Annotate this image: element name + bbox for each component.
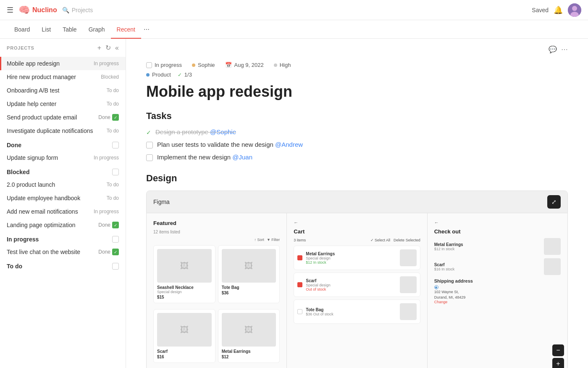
section-checkbox[interactable] — [112, 142, 119, 148]
figma-screen-cart: ← Cart 3 items ✓ Select All Delete Selec… — [287, 213, 427, 368]
section-checkbox[interactable] — [112, 169, 119, 175]
cart-item-name: Scarf — [306, 278, 396, 283]
tab-recent[interactable]: Recent — [111, 20, 141, 39]
task-text: Design a prototype @Sophie — [155, 128, 236, 135]
top-nav: ☰ 🧠 Nuclino 🔍 Projects Saved 🔔 — [0, 0, 588, 20]
assignee-value: Sophie — [198, 62, 215, 68]
screen-toolbar: ↑ Sort ▼ Filter — [153, 238, 280, 242]
meta-tag[interactable]: Product — [146, 71, 171, 78]
sidebar-item-landing-page-optimization[interactable]: Landing page optimization Done ✓ — [0, 218, 126, 232]
cart-checkbox — [297, 309, 302, 314]
menu-icon[interactable]: ☰ — [7, 5, 13, 15]
cart-toolbar: 3 items ✓ Select All Delete Selected — [294, 238, 420, 242]
sidebar-item-investigate-notifications[interactable]: Investigate duplicate notifications To d… — [0, 124, 126, 138]
item-status: Done ✓ — [98, 249, 119, 255]
priority-value: High — [280, 62, 291, 68]
meta-status[interactable]: In progress — [146, 62, 182, 68]
tab-more-icon[interactable]: ⋯ — [141, 26, 152, 33]
checkout-item-price: $12 In stock — [434, 247, 541, 251]
screen-title: Featured — [153, 220, 280, 226]
collapse-icon[interactable]: « — [115, 44, 119, 52]
sidebar-item-mobile-app-redesign[interactable]: Mobile app redesign In progress — [0, 57, 126, 70]
sidebar-section-done[interactable]: Done — [0, 138, 126, 151]
add-project-icon[interactable]: + — [97, 44, 101, 52]
product-card: 🖼 Scarf $16 — [153, 309, 215, 363]
address-radio[interactable] — [434, 285, 561, 289]
item-name: Hire new product manager — [7, 74, 76, 80]
meta-priority[interactable]: High — [274, 62, 291, 68]
design-section-title: Design — [146, 173, 568, 184]
figma-screen-checkout: ← Check out Metal Earrings $12 In stock … — [428, 213, 567, 368]
progress-icon: ✓ — [178, 72, 182, 78]
zoom-in-button[interactable]: + — [552, 358, 564, 368]
task-text: Plan user tests to validate the new desi… — [157, 141, 303, 148]
sidebar-section-todo[interactable]: To do — [0, 259, 126, 272]
comment-icon[interactable]: 💬 — [549, 45, 557, 53]
content-area: 💬 ⋯ In progress Sophie 📅 Aug 9, 2022 Hig… — [126, 39, 588, 368]
figma-expand-button[interactable]: ⤢ — [547, 195, 561, 209]
sidebar-section-title: PROJECTS — [7, 45, 34, 50]
sidebar-item-add-email-notifications[interactable]: Add new email notifications In progress — [0, 205, 126, 218]
select-all-label: ✓ Select All — [370, 238, 391, 242]
section-checkbox[interactable] — [112, 236, 119, 243]
cart-item: Metal Earrings Special design $12 In sto… — [294, 246, 420, 270]
meta-date[interactable]: 📅 Aug 9, 2022 — [225, 62, 264, 68]
task-mention[interactable]: @Andrew — [275, 141, 303, 148]
task-checkbox[interactable] — [146, 142, 153, 148]
filter-label: ▼ Filter — [267, 238, 280, 242]
screen-title: Check out — [434, 228, 561, 235]
notifications-icon[interactable]: 🔔 — [554, 5, 563, 15]
sidebar-header: PROJECTS + ↻ « — [0, 39, 126, 57]
checkout-item-price: $16 In stock — [434, 267, 541, 271]
zoom-out-button[interactable]: − — [552, 344, 564, 356]
sidebar-item-update-help-center[interactable]: Update help center To do — [0, 97, 126, 111]
sidebar-item-onboarding-ab-test[interactable]: Onboarding A/B test To do — [0, 84, 126, 97]
date-value: Aug 9, 2022 — [234, 62, 264, 68]
task-text: Implement the new design @Juan — [157, 154, 252, 161]
section-checkbox[interactable] — [112, 263, 119, 270]
sidebar-item-test-live-chat[interactable]: Test live chat on the website Done ✓ — [0, 245, 126, 259]
sidebar-section-inprogress[interactable]: In progress — [0, 232, 126, 245]
sidebar-item-product-launch[interactable]: 2.0 product launch To do — [0, 178, 126, 191]
screen-title: Cart — [294, 228, 420, 235]
refresh-icon[interactable]: ↻ — [105, 44, 111, 52]
cart-item-info: Tote Bag $36 Out of stock — [306, 307, 396, 316]
screen-back-arrow: ← — [434, 220, 561, 225]
meta-progress[interactable]: ✓ 1/3 — [178, 71, 192, 78]
sidebar-item-hire-product-manager[interactable]: Hire new product manager Blocked — [0, 70, 126, 84]
saved-label: Saved — [532, 7, 549, 13]
search-area[interactable]: 🔍 Projects — [62, 7, 93, 13]
tab-graph[interactable]: Graph — [83, 20, 111, 39]
address-change-link[interactable]: Change — [434, 300, 561, 304]
cart-item-name: Tote Bag — [306, 307, 396, 312]
sidebar-item-update-signup-form[interactable]: Update signup form In progress — [0, 151, 126, 164]
task-mention[interactable]: @Sophie — [210, 128, 236, 135]
item-status: To do — [107, 101, 119, 107]
sidebar: PROJECTS + ↻ « Mobile app redesign In pr… — [0, 39, 126, 368]
sidebar-section-blocked[interactable]: Blocked — [0, 164, 126, 178]
priority-dot — [274, 64, 277, 67]
cart-item: Tote Bag $36 Out of stock — [294, 299, 420, 324]
radio-dot — [434, 285, 438, 289]
section-label: To do — [7, 263, 22, 270]
tab-list[interactable]: List — [36, 20, 57, 39]
item-status: To do — [107, 87, 119, 93]
task-checkbox[interactable] — [146, 154, 153, 161]
avatar[interactable] — [568, 3, 581, 17]
cart-item-stock: $36 Out of stock — [306, 312, 396, 316]
screen-back-arrow: ← — [294, 220, 420, 225]
task-done-icon: ✓ — [146, 129, 151, 136]
task-mention[interactable]: @Juan — [232, 154, 252, 161]
tab-table[interactable]: Table — [57, 20, 82, 39]
more-options-icon[interactable]: ⋯ — [561, 45, 568, 53]
cart-item-name: Metal Earrings — [306, 252, 396, 256]
item-name: Mobile app redesign — [7, 60, 60, 67]
search-icon: 🔍 — [62, 7, 69, 13]
item-name: Investigate duplicate notifications — [7, 127, 93, 134]
radio-inner — [435, 286, 437, 289]
product-price: $36 — [222, 291, 276, 295]
sidebar-item-update-employee-handbook[interactable]: Update employee handbook To do — [0, 191, 126, 205]
tab-board[interactable]: Board — [8, 20, 36, 39]
meta-assignee[interactable]: Sophie — [192, 62, 215, 68]
sidebar-item-send-product-update[interactable]: Send product update email Done ✓ — [0, 111, 126, 124]
